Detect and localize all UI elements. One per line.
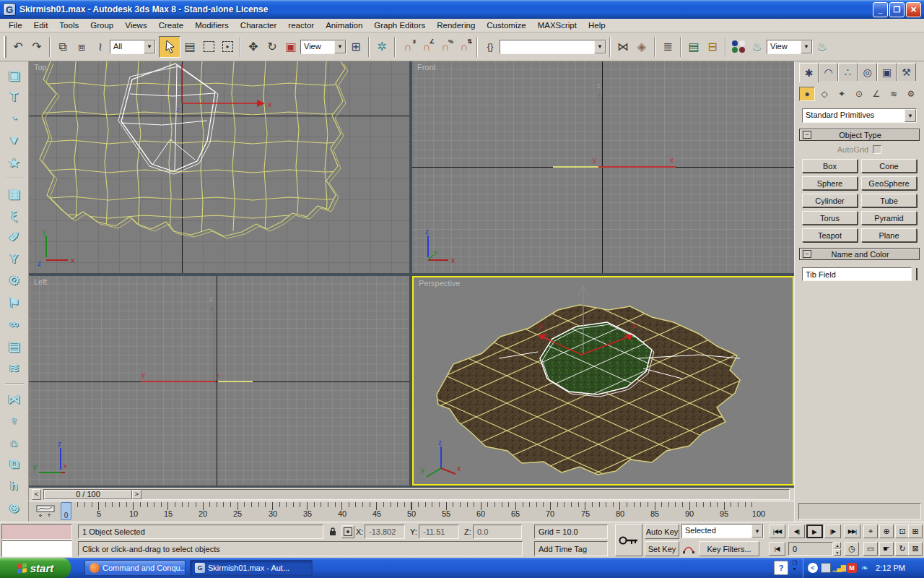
tab-hierarchy[interactable]: ∴ <box>838 63 858 81</box>
quick-render-icon[interactable]: ♨ <box>813 38 832 56</box>
waves-icon[interactable]: ≋ <box>5 360 24 376</box>
tab-motion[interactable]: ◎ <box>858 63 877 81</box>
bird-tray-icon[interactable]: ❧ <box>860 563 870 573</box>
cylinder-button[interactable]: Cylinder <box>802 194 858 207</box>
menu-customize[interactable]: Customize <box>481 20 531 31</box>
star-icon[interactable]: ★ <box>5 155 24 171</box>
menu-character[interactable]: Character <box>235 20 283 31</box>
plane-button[interactable]: Plane <box>861 228 917 242</box>
viewport-label[interactable]: Front <box>417 63 436 72</box>
redo-icon[interactable]: ↷ <box>27 38 46 56</box>
window-crossing-icon[interactable]: ● <box>218 38 237 56</box>
box-button[interactable]: Box <box>802 159 858 173</box>
name-color-rollout[interactable]: − Name and Color <box>799 248 920 260</box>
menu-views[interactable]: Views <box>119 20 152 31</box>
fov-region-icon[interactable]: ▭ <box>863 542 878 556</box>
subcategory-dropdown[interactable]: Standard Primitives ▼ <box>802 108 917 123</box>
figure-icon[interactable]: ♀ <box>5 413 24 429</box>
signal-strength-icon[interactable]: ▁▄▇ <box>834 563 844 573</box>
hide-icons-chevron-icon[interactable]: < <box>808 563 818 573</box>
wheel-icon[interactable]: ⊛ <box>5 500 24 517</box>
category-spacewarps[interactable]: ≋ <box>886 87 902 101</box>
key-filter-dropdown[interactable]: Selected ▼ <box>681 524 764 538</box>
spring-icon[interactable]: ξ <box>5 207 24 224</box>
dropdown-arrow-icon[interactable]: ▼ <box>751 525 763 538</box>
time-slider-handle[interactable]: 0 / 100 <box>44 490 132 499</box>
pan-hand-icon[interactable]: ☛ <box>879 542 894 556</box>
dropdown-arrow-icon[interactable]: ▼ <box>801 40 812 53</box>
dropdown-arrow-icon[interactable]: ▼ <box>334 40 346 53</box>
select-and-manipulate-icon[interactable]: ✲ <box>372 38 391 56</box>
zoom-extents-all-icon[interactable]: ⊞ <box>908 525 923 538</box>
spinner-snap-icon[interactable]: ∩⇅ <box>455 38 474 56</box>
viewport-label[interactable]: Perspective <box>419 279 460 288</box>
gmail-notifier-icon[interactable]: M <box>847 563 857 573</box>
menu-create[interactable]: Create <box>153 20 190 31</box>
menu-reactor[interactable]: reactor <box>282 20 320 31</box>
shirt-icon[interactable]: T <box>5 89 24 105</box>
mini-curve-editor-button[interactable] <box>36 505 56 518</box>
dropdown-arrow-icon[interactable]: ▼ <box>144 40 155 53</box>
select-and-link-icon[interactable]: ⧉ <box>53 38 72 56</box>
zoom-extents-icon[interactable]: ⊡ <box>895 525 910 538</box>
render-preset-dropdown[interactable]: View ▼ <box>767 40 813 54</box>
start-button[interactable]: start <box>0 558 71 578</box>
menu-maxscript[interactable]: MAXScript <box>532 20 583 31</box>
dropdown-arrow-icon[interactable]: ▼ <box>905 109 916 122</box>
taskbar-item-browser[interactable]: Command and Conqu... <box>84 560 186 576</box>
y-coordinate-field[interactable]: -11.51 <box>419 525 459 539</box>
sphere-button[interactable]: Sphere <box>802 176 858 190</box>
named-selection-dropdown[interactable]: ▼ <box>500 40 606 54</box>
network-tray-icon[interactable] <box>821 563 831 573</box>
category-shapes[interactable]: ◇ <box>816 87 832 101</box>
checker-icon[interactable]: ▦ <box>5 186 24 202</box>
angle-snap-icon[interactable]: ∩∠ <box>417 38 436 56</box>
object-type-rollout[interactable]: − Object Type <box>799 129 920 141</box>
menu-rendering[interactable]: Rendering <box>431 20 481 31</box>
play-button[interactable]: ▶ <box>806 525 823 538</box>
toolbar-expand-handle[interactable]: ❐▾ <box>792 561 797 572</box>
rectangular-selection-region-icon[interactable] <box>199 38 218 56</box>
set-key-button[interactable]: Set Key <box>645 541 679 556</box>
dropdown-arrow-icon[interactable]: ▼ <box>594 40 606 53</box>
help-doc-icon[interactable]: ? <box>774 561 788 575</box>
category-helpers[interactable]: ∠ <box>868 87 884 101</box>
snap-toggle-icon[interactable]: ∩3 <box>398 38 417 56</box>
menu-edit[interactable]: Edit <box>28 20 54 31</box>
current-frame-marker[interactable]: 0 <box>61 502 71 520</box>
move-icon[interactable]: ✥ <box>244 38 263 56</box>
go-to-start-button[interactable]: |◀◀ <box>769 525 785 538</box>
cubes-icon[interactable]: ▣ <box>5 67 24 84</box>
set-keys-button[interactable] <box>615 524 642 556</box>
maxscript-listener-pink[interactable] <box>1 524 72 540</box>
go-to-end-button[interactable]: ▶▶| <box>844 525 860 538</box>
spinner-top-icon[interactable]: ▼ <box>5 132 24 149</box>
add-time-tag[interactable]: Add Time Tag <box>534 541 608 556</box>
undo-icon[interactable]: ↶ <box>9 38 27 56</box>
door-icon[interactable]: ⌂ <box>5 435 24 452</box>
object-color-swatch[interactable] <box>916 268 918 280</box>
car-icon[interactable]: ∞ <box>5 316 24 333</box>
autogrid-checkbox[interactable] <box>873 145 881 154</box>
linked-boxes-icon[interactable]: ⧉ <box>5 457 24 473</box>
viewport-perspective-active[interactable]: y x z y x Perspective <box>412 276 794 486</box>
pen-icon[interactable]: ✐ <box>5 229 24 246</box>
menu-modifiers[interactable]: Modifiers <box>189 20 235 31</box>
bind-to-space-warp-icon[interactable]: ≀ <box>91 38 110 56</box>
scale-icon[interactable]: ▣ <box>282 38 300 56</box>
menu-help[interactable]: Help <box>583 20 611 31</box>
category-lights[interactable]: ✦ <box>834 87 850 101</box>
viewport-label[interactable]: Left <box>34 277 47 286</box>
tab-modify[interactable]: ◠ <box>819 63 838 81</box>
geosphere-button[interactable]: GeoSphere <box>861 176 917 190</box>
panels-icon[interactable]: ▤ <box>5 338 24 355</box>
align-icon[interactable]: ◈ <box>632 38 651 56</box>
zoom-all-icon[interactable]: ⊕ <box>879 525 894 538</box>
collapse-icon[interactable]: − <box>803 131 811 139</box>
current-frame-field[interactable]: 0 <box>788 542 833 556</box>
x-coordinate-field[interactable]: -13.802 <box>365 525 405 539</box>
menu-animation[interactable]: Animation <box>320 20 368 31</box>
category-systems[interactable]: ⚙ <box>903 87 919 101</box>
unlink-selection-icon[interactable]: ⧈ <box>72 38 91 56</box>
torus-button[interactable]: Torus <box>802 211 858 225</box>
